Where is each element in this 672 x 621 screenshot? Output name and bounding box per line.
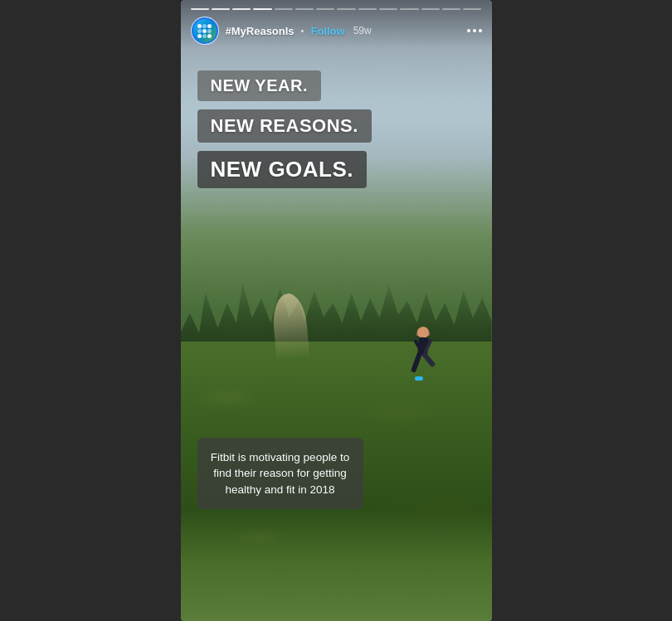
story-text-line-3: NEW GOALS. bbox=[197, 151, 368, 188]
more-options-dot-1 bbox=[467, 29, 470, 32]
story-text-line-2: NEW REASONS. bbox=[197, 109, 372, 143]
progress-bar-2 bbox=[212, 8, 230, 10]
user-row: #MyReasonIs • Follow 59w bbox=[191, 17, 482, 45]
username-label: #MyReasonIs bbox=[226, 25, 295, 37]
runner-figure bbox=[411, 327, 436, 385]
progress-bar-7 bbox=[316, 8, 334, 10]
progress-bar-3 bbox=[232, 8, 251, 10]
story-header: #MyReasonIs • Follow 59w bbox=[181, 0, 492, 50]
more-options-dot-2 bbox=[473, 29, 476, 32]
progress-bar-13 bbox=[442, 8, 460, 10]
progress-bar-11 bbox=[400, 8, 418, 10]
caption-text: Fitbit is motivating people to find thei… bbox=[211, 449, 350, 498]
story-text-line-1: NEW YEAR. bbox=[197, 70, 321, 101]
runner-leg-back bbox=[421, 352, 436, 367]
progress-bars bbox=[191, 8, 482, 10]
dot-separator: • bbox=[301, 26, 304, 36]
progress-bar-12 bbox=[421, 8, 440, 10]
progress-bar-14 bbox=[463, 8, 481, 10]
more-options-dot-3 bbox=[479, 29, 482, 32]
progress-bar-4 bbox=[253, 8, 271, 10]
fitbit-logo-icon bbox=[197, 24, 212, 38]
progress-bar-10 bbox=[379, 8, 397, 10]
story-image: NEW YEAR. NEW REASONS. NEW GOALS. Fitbit… bbox=[181, 0, 492, 621]
caption-box: Fitbit is motivating people to find thei… bbox=[197, 438, 363, 510]
follow-button[interactable]: Follow bbox=[310, 25, 344, 37]
progress-bar-1 bbox=[191, 8, 209, 10]
progress-bar-5 bbox=[275, 8, 293, 10]
progress-bar-8 bbox=[337, 8, 355, 10]
time-ago-label: 59w bbox=[353, 25, 372, 36]
runner-shoe bbox=[415, 376, 423, 381]
story-container: NEW YEAR. NEW REASONS. NEW GOALS. Fitbit… bbox=[181, 0, 492, 621]
avatar-inner bbox=[193, 19, 217, 42]
avatar[interactable] bbox=[191, 17, 219, 45]
runner-leg-front bbox=[411, 352, 422, 373]
more-options-button[interactable] bbox=[467, 29, 482, 32]
runner-body bbox=[411, 327, 436, 385]
text-overlays: NEW YEAR. NEW REASONS. NEW GOALS. bbox=[197, 70, 475, 188]
progress-bar-9 bbox=[358, 8, 377, 10]
progress-bar-6 bbox=[295, 8, 314, 10]
